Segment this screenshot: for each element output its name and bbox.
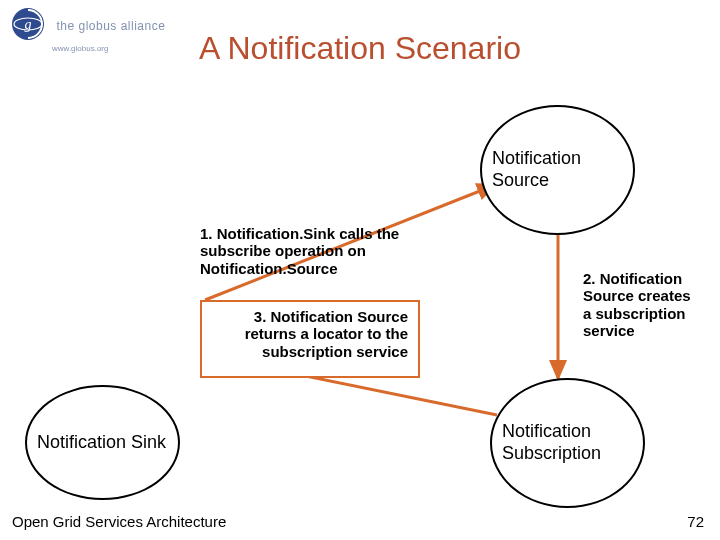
step-3-text: 3. Notification Source returns a locator… — [212, 308, 408, 360]
footer-page: 72 — [687, 513, 704, 530]
step-2-text: 2. Notification Source creates a subscri… — [583, 270, 703, 339]
page-title: A Notification Scenario — [0, 30, 720, 67]
footer-org: Open Grid Services Architecture — [12, 513, 226, 530]
node-sink-label: Notification Sink — [27, 432, 178, 454]
node-notification-source: Notification Source — [480, 105, 635, 235]
step-3-box: 3. Notification Source returns a locator… — [200, 300, 420, 378]
node-source-label: Notification Source — [482, 148, 633, 191]
step-1-text: 1. Notification.Sink calls the subscribe… — [200, 225, 430, 277]
node-notification-sink: Notification Sink — [25, 385, 180, 500]
node-notification-subscription: Notification Subscription — [490, 378, 645, 508]
node-subscription-label: Notification Subscription — [492, 421, 643, 464]
